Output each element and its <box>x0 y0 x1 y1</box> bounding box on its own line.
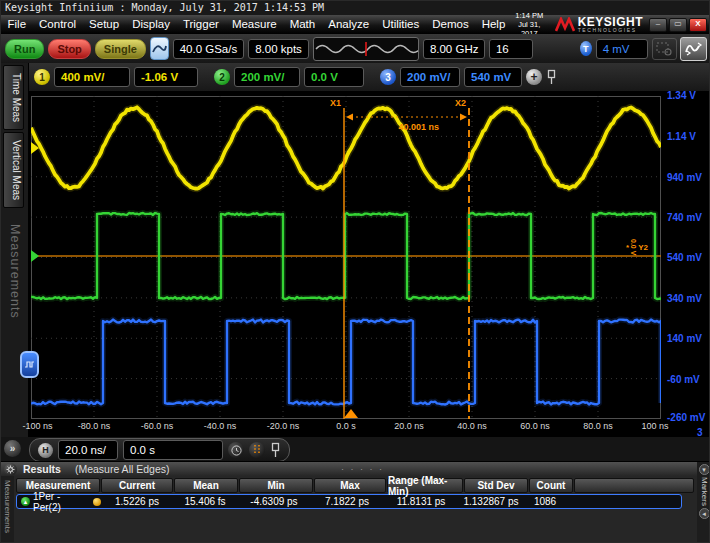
timebase-clock-button[interactable] <box>228 442 244 458</box>
grab-waveform-icon <box>24 360 35 369</box>
brand-sub: TECHNOLOGIES <box>578 28 643 33</box>
col-count: Count <box>529 478 573 493</box>
channel-3-scale-field[interactable]: 200 mV/ <box>400 67 460 87</box>
close-button[interactable]: X <box>689 18 707 32</box>
zoom-mode-button[interactable] <box>652 38 677 60</box>
window-title: Keysight Infiniium : Monday, July 31, 20… <box>5 2 324 13</box>
channel-2-offset-field[interactable]: 0.0 V <box>304 67 364 87</box>
menu-control[interactable]: Control <box>33 15 83 34</box>
preview-waveform-icon <box>314 41 418 57</box>
markers-tab-label: Markers <box>700 477 709 506</box>
memory-depth-field[interactable]: 8.00 kpts <box>248 39 309 59</box>
results-header: Results (Measure All Edges) · · · · · <box>1 462 710 476</box>
bandwidth-field[interactable]: 8.00 GHz <box>423 39 485 59</box>
markers-side-tab[interactable]: ▾ Markers ◂ <box>697 462 710 543</box>
horizontal-badge[interactable]: H <box>38 443 53 458</box>
cursor-dots-button[interactable] <box>249 442 265 458</box>
x-axis-label: 20.0 ns <box>394 421 424 431</box>
sample-rate-field[interactable]: 40.0 GSa/s <box>173 39 245 59</box>
minimize-button[interactable]: – <box>649 18 667 32</box>
keysight-logo: KEYSIGHT TECHNOLOGIES <box>555 16 649 33</box>
autoscale-icon <box>152 42 167 55</box>
tab-vertical-meas[interactable]: Vertical Meas <box>3 132 24 208</box>
menu-display[interactable]: Display <box>126 15 177 34</box>
measurement-marker-icon <box>93 498 101 506</box>
menu-help[interactable]: Help <box>475 15 512 34</box>
channel-1-badge[interactable]: 1 <box>34 69 50 85</box>
results-settings-button[interactable] <box>4 463 17 476</box>
y2-cursor-marker[interactable]: * 0.0 V Y2 <box>626 239 648 255</box>
count-cell: 1086 <box>523 496 567 507</box>
channel-3-grab-handle[interactable] <box>20 351 39 378</box>
gear-icon <box>6 465 15 474</box>
panel-drag-handle[interactable]: · · · · · <box>341 464 384 474</box>
run-button[interactable]: Run <box>5 39 44 59</box>
timebase-scale-field[interactable]: 20.0 ns/ <box>58 440 118 460</box>
zoom-box-icon <box>656 42 673 56</box>
tab-time-meas[interactable]: Time Meas <box>3 65 24 130</box>
x-axis-label: -100 ns <box>23 421 53 431</box>
menu-demos[interactable]: Demos <box>426 15 475 34</box>
pin-icon[interactable] <box>270 442 281 458</box>
channel-1-scale-field[interactable]: 400 mV/ <box>54 67 130 87</box>
cursor-label: X2 <box>455 98 466 108</box>
results-title: Results <box>23 463 61 475</box>
sidebar-expand-button[interactable]: » <box>4 440 21 457</box>
menu-trigger[interactable]: Trigger <box>176 15 225 34</box>
menu-setup[interactable]: Setup <box>83 15 126 34</box>
trigger-level-field[interactable]: 4 mV <box>596 39 648 59</box>
waveform-mode-button[interactable] <box>680 37 707 61</box>
y2-star-icon: * <box>626 243 629 252</box>
waveform-mode-icon <box>684 41 703 56</box>
range-cell: 11.8131 ps <box>383 496 459 507</box>
dotted-cursor-icon <box>252 444 262 456</box>
menu-measure[interactable]: Measure <box>225 15 283 34</box>
col-range: Range (Max-Min) <box>387 478 463 493</box>
min-cell: -4.6309 ps <box>237 496 311 507</box>
chevron-up-icon[interactable]: ▾ <box>699 464 710 475</box>
results-panel: Results (Measure All Edges) · · · · · Me… <box>1 461 710 543</box>
trigger-badge[interactable]: T <box>580 41 592 56</box>
scope-display: X1X240.001 ns 1.34 V 1.14 V 940 mV 740 m… <box>29 91 710 437</box>
results-table: Measurement Current Mean Min Max Range (… <box>16 478 695 509</box>
stop-button[interactable]: Stop <box>48 39 90 59</box>
acquisition-preview[interactable] <box>313 37 419 61</box>
table-row[interactable]: ▲ 1Per - Per(2) 1.5226 ps 15.406 fs -4.6… <box>16 494 682 509</box>
measurements-side-tab[interactable]: Measurements <box>1 476 14 543</box>
x-axis-label: -20.0 ns <box>267 421 300 431</box>
menu-file[interactable]: File <box>1 15 33 34</box>
y-axis-label: -260 mV <box>667 412 705 423</box>
menu-math[interactable]: Math <box>283 15 322 34</box>
restore-button[interactable]: ▭ <box>669 18 687 32</box>
timebase-position-field[interactable]: 0.0 s <box>123 440 223 460</box>
col-current: Current <box>101 478 173 493</box>
averages-field[interactable]: 16 <box>489 39 533 59</box>
chevron-left-icon[interactable]: ◂ <box>699 508 710 519</box>
trigger-position-marker[interactable] <box>344 409 358 418</box>
channel-3-offset-field[interactable]: 540 mV <box>464 67 522 87</box>
y-axis-label: 940 mV <box>667 172 702 183</box>
ground-marker <box>31 250 39 262</box>
measurement-status-icon: ▲ <box>21 497 30 506</box>
channel-3-badge[interactable]: 3 <box>380 69 396 85</box>
y2-value: 0.0 V <box>630 239 637 255</box>
menu-utilities[interactable]: Utilities <box>376 15 426 34</box>
channel-2-scale-field[interactable]: 200 mV/ <box>234 67 300 87</box>
y-axis-label: 740 mV <box>667 212 702 223</box>
waveform-display[interactable]: X1X240.001 ns <box>31 96 661 419</box>
mean-cell: 15.406 fs <box>173 496 237 507</box>
single-button[interactable]: Single <box>95 39 146 59</box>
col-mean: Mean <box>174 478 238 493</box>
menu-analyze[interactable]: Analyze <box>322 15 376 34</box>
keysight-spark-icon <box>555 17 575 33</box>
x-axis-label: -60.0 ns <box>141 421 174 431</box>
cursor-label: X1 <box>330 98 341 108</box>
menu-bar: File Control Setup Display Trigger Measu… <box>1 15 710 34</box>
channel-2-badge[interactable]: 2 <box>214 69 230 85</box>
stddev-cell: 1.132867 ps <box>459 496 523 507</box>
autoscale-button[interactable] <box>150 37 169 60</box>
add-channel-button[interactable]: + <box>526 69 542 85</box>
pin-icon[interactable] <box>546 69 557 85</box>
channel-1-offset-field[interactable]: -1.06 V <box>134 67 198 87</box>
y-axis-label: -60 mV <box>667 374 700 385</box>
